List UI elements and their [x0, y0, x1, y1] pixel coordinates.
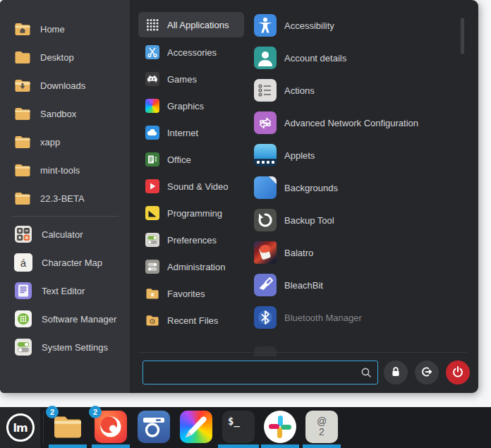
category-label: Office [167, 155, 191, 165]
taskbar: lm 2 2 [0, 407, 491, 448]
category-list: All Applications Accessories Games Graph… [138, 12, 244, 334]
active-window-indicator [218, 444, 259, 448]
text-editor-icon [14, 281, 32, 300]
network-arrows-icon [254, 111, 277, 134]
active-window-indicator [49, 444, 87, 448]
taskbar-item-drawing-app[interactable] [180, 411, 212, 448]
sidebar-item-sandbox[interactable]: Sandbox [0, 99, 130, 128]
slack-icon [264, 411, 296, 443]
menu-button[interactable]: lm [0, 407, 40, 448]
category-label: Accessories [167, 47, 217, 58]
app-label: Backup Tool [284, 215, 334, 226]
sidebar-item-label: 22.3-BETA [40, 193, 85, 204]
folder-icon [14, 162, 31, 178]
app-backup-tool[interactable]: Backup Tool [246, 204, 457, 236]
terminal-prompt-glyph: $_ [222, 411, 240, 427]
category-label: Graphics [167, 101, 204, 111]
taskbar-item-firefox[interactable]: 2 [95, 411, 127, 448]
sidebar-item-home[interactable]: Home [0, 15, 130, 43]
category-sound-video[interactable]: Sound & Video [138, 173, 244, 200]
sidebar-item-223-beta[interactable]: 22.3-BETA [0, 184, 130, 212]
taskbar-separator [43, 411, 44, 444]
active-window-indicator [261, 444, 299, 448]
category-label: Administration [167, 262, 225, 272]
partially-visible-app-icon [254, 346, 277, 356]
mint-logo-icon: lm [6, 413, 35, 442]
folder-icon [14, 49, 31, 66]
category-programming[interactable]: Programming [138, 200, 244, 226]
rainbow-swatch-icon [145, 99, 159, 113]
category-recent-files[interactable]: Recent Files [138, 307, 244, 334]
category-administration[interactable]: Administration [138, 253, 244, 280]
app-grid-icon [145, 18, 159, 32]
folder-home-icon [14, 20, 31, 37]
sidebar-item-calculator[interactable]: Calculator [0, 220, 130, 248]
active-window-indicator [92, 444, 130, 448]
app-label: Bluetooth Manager [284, 313, 362, 323]
sidebar-item-character-map[interactable]: á Character Map [0, 248, 130, 277]
app-advanced-network-configuration[interactable]: Advanced Network Configuration [246, 107, 457, 139]
sidebar-item-software-manager[interactable]: Software Manager [0, 305, 130, 333]
panel-applets-icon [254, 144, 277, 167]
sidebar-item-desktop[interactable]: Desktop [0, 43, 130, 71]
app-backgrounds[interactable]: Backgrounds [246, 171, 457, 204]
category-favorites[interactable]: Favorites [138, 280, 244, 307]
logout-button[interactable] [415, 361, 439, 385]
app-bluetooth-manager[interactable]: Bluetooth Manager [246, 301, 457, 334]
sidebar-item-label: Sandbox [40, 109, 76, 119]
search-input[interactable] [143, 361, 378, 385]
sidebar-item-label: Home [40, 24, 65, 35]
taskbar-item-slack[interactable] [264, 411, 296, 448]
character-map-icon: á [14, 253, 32, 272]
sidebar-item-text-editor[interactable]: Text Editor [0, 277, 130, 305]
category-graphics[interactable]: Graphics [138, 92, 244, 119]
sidebar-item-system-settings[interactable]: System Settings [0, 333, 130, 361]
app-accessibility[interactable]: Accessibility [246, 9, 457, 42]
sidebar-separator [11, 216, 119, 217]
apps-scrollbar-thumb[interactable] [461, 18, 464, 54]
accessibility-icon [254, 14, 277, 37]
app-balatro[interactable]: Balatro [246, 236, 457, 269]
sidebar-item-label: Text Editor [42, 286, 85, 296]
set-square-icon [145, 206, 159, 220]
app-bleachbit[interactable]: BleachBit [246, 269, 457, 301]
logout-icon [419, 364, 435, 382]
balatro-game-icon [254, 241, 277, 264]
app-actions[interactable]: Actions [246, 74, 457, 107]
category-internet[interactable]: Internet [138, 119, 244, 146]
bluetooth-icon [254, 306, 277, 329]
category-accessories[interactable]: Accessories [138, 39, 244, 66]
taskbar-item-terminal[interactable]: $_ [222, 411, 255, 448]
folder-icon [14, 190, 31, 207]
category-office[interactable]: Office [138, 146, 244, 173]
category-label: Recent Files [167, 315, 218, 326]
sidebar-item-xapp[interactable]: xapp [0, 128, 130, 156]
sidebar-item-label: Downloads [40, 80, 85, 91]
sidebar-item-label: xapp [40, 137, 60, 147]
taskbar-item-characters[interactable]: @ 2 [305, 411, 338, 448]
app-account-details[interactable]: Account details [246, 42, 457, 74]
folder-icon [14, 105, 31, 122]
app-label: Balatro [284, 248, 313, 258]
power-button[interactable] [446, 361, 470, 385]
menu-sidebar: Home Desktop Downloads Sandbox xapp [0, 0, 130, 393]
category-label: Favorites [167, 289, 205, 299]
wallpaper-icon [254, 176, 277, 199]
backup-arrow-icon [254, 209, 277, 231]
taskbar-item-screenshot-tool[interactable] [138, 411, 170, 448]
sidebar-item-label: Calculator [42, 229, 83, 240]
taskbar-item-files[interactable]: 2 [51, 411, 84, 448]
app-applets[interactable]: Applets [246, 139, 457, 171]
terminal-icon: $_ [222, 411, 255, 443]
sidebar-item-mint-tools[interactable]: mint-tools [0, 156, 130, 184]
category-games[interactable]: Games [138, 66, 244, 92]
application-menu: Home Desktop Downloads Sandbox xapp [0, 0, 478, 393]
user-account-icon [254, 47, 277, 69]
lock-button[interactable] [384, 361, 408, 385]
sidebar-item-downloads[interactable]: Downloads [0, 71, 130, 99]
app-label: Advanced Network Configuration [284, 118, 418, 128]
category-all-applications[interactable]: All Applications [138, 12, 244, 37]
app-label: Accessibility [284, 20, 334, 31]
files-badge: 2 [46, 406, 59, 418]
category-preferences[interactable]: Preferences [138, 226, 244, 253]
